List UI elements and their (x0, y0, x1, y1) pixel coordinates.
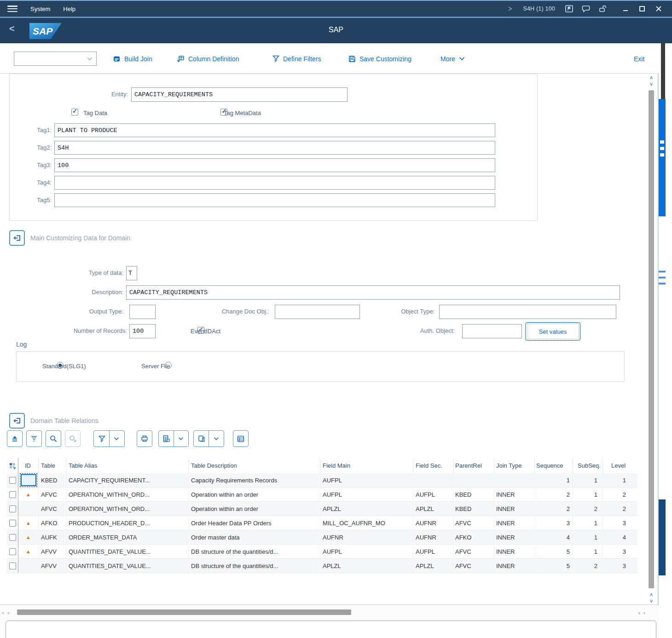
table-cell[interactable]: 1 (573, 516, 603, 530)
table-cell[interactable]: APLZL (320, 559, 413, 573)
menu-system[interactable]: System (30, 6, 50, 12)
set-filter-button[interactable] (95, 431, 109, 447)
table-cell[interactable]: Order master data (189, 530, 320, 544)
col-header-parentrel[interactable]: ParentRel (453, 458, 494, 473)
table-cell[interactable] (7, 516, 18, 530)
table-cell[interactable]: AUFPL (413, 545, 453, 558)
type-of-data-input[interactable]: T (126, 266, 137, 280)
table-cell[interactable]: INNER (494, 530, 535, 544)
table-cell[interactable]: KBED (453, 487, 494, 501)
print-button[interactable] (137, 430, 152, 447)
chevron-right-icon[interactable]: > (508, 5, 512, 12)
table-cell[interactable] (7, 545, 18, 558)
table-cell[interactable]: 2 (573, 502, 603, 516)
view-split-button[interactable] (193, 430, 224, 447)
table-cell[interactable]: 3 (603, 559, 637, 573)
tag5-input[interactable] (54, 193, 495, 207)
table-cell[interactable]: OPERATION_WITHIN_ORD... (66, 487, 189, 501)
table-cell[interactable]: Operation within an order (189, 487, 320, 501)
copy-view-button[interactable] (194, 431, 209, 447)
scroll-up-icon[interactable]: ∧ (649, 592, 653, 597)
set-values-button[interactable]: Set values (525, 322, 580, 341)
table-cell[interactable]: 2 (535, 487, 573, 501)
table-cell[interactable] (18, 473, 39, 487)
tag1-input[interactable]: PLANT TO PRODUCE (54, 123, 495, 137)
table-cell[interactable]: AFVC (453, 545, 494, 558)
table-cell[interactable]: 2 (603, 487, 637, 501)
export-menu-button[interactable] (174, 431, 188, 447)
table-cell[interactable]: APLZL (320, 502, 413, 516)
table-cell[interactable]: AUFNR (320, 530, 413, 544)
scroll-down-icon[interactable]: ∨ (649, 598, 653, 603)
table-cell[interactable]: 5 (535, 559, 573, 573)
row-checkbox[interactable] (9, 548, 16, 555)
filter-menu-button[interactable] (110, 431, 124, 447)
tag-data-checkbox[interactable] (71, 109, 78, 116)
table-cell[interactable]: AFVV (39, 545, 66, 558)
table-cell[interactable]: ▲ (18, 516, 39, 530)
more-button[interactable]: More (440, 52, 465, 66)
col-header-table-description[interactable]: Table Description (189, 458, 320, 473)
export-split-button[interactable] (158, 430, 189, 447)
hamburger-menu-icon[interactable] (7, 6, 17, 12)
scroll-left-icon[interactable]: ‹ (2, 610, 4, 615)
table-settings-button[interactable] (233, 430, 249, 447)
scroll-down-icon[interactable]: ∨ (649, 81, 653, 87)
table-cell[interactable]: AUFPL (320, 473, 413, 487)
table-cell[interactable]: PRODUCTION_HEADER_D... (66, 516, 189, 530)
menu-help[interactable]: Help (63, 6, 75, 12)
table-cell[interactable]: 5 (535, 545, 573, 558)
table-row[interactable]: ▲AFVVQUANTITIES_DATE_VALUE...DB structur… (7, 545, 637, 559)
col-header-table[interactable]: Table (39, 458, 66, 473)
col-header-field-sec[interactable]: Field Sec. (413, 458, 453, 473)
table-cell[interactable]: QUANTITIES_DATE_VALUE... (66, 545, 189, 558)
row-checkbox[interactable] (9, 491, 16, 498)
table-cell[interactable]: QUANTITIES_DATE_VALUE... (66, 559, 189, 573)
entity-input[interactable]: CAPACITY_REQUIREMENTS (131, 87, 348, 102)
exit-button[interactable]: Exit (634, 52, 644, 66)
table-cell[interactable]: ▲ (18, 530, 39, 544)
table-cell[interactable]: 4 (603, 530, 637, 544)
table-row[interactable]: AFVCOPERATION_WITHIN_ORD...Operation wit… (7, 502, 637, 516)
table-cell[interactable]: 1 (535, 473, 573, 487)
collapse-tray-icon[interactable] (9, 413, 25, 429)
col-header-level[interactable]: Level (603, 458, 637, 473)
define-filters-button[interactable]: Define Filters (272, 52, 321, 66)
object-type-input[interactable] (439, 305, 616, 319)
save-customizing-button[interactable]: Save Customizing (348, 52, 411, 66)
table-cell[interactable]: AUFK (39, 530, 66, 544)
table-cell[interactable] (453, 473, 494, 487)
output-type-input[interactable] (129, 305, 156, 319)
row-checkbox[interactable] (9, 534, 16, 541)
row-checkbox[interactable] (9, 520, 16, 527)
find-button[interactable] (46, 430, 61, 447)
col-header-sequence[interactable]: Sequence (535, 458, 573, 473)
table-row[interactable]: AFVVQUANTITIES_DATE_VALUE...DB structure… (7, 559, 637, 573)
table-cell[interactable] (7, 559, 18, 573)
table-cell[interactable] (7, 502, 18, 516)
table-cell[interactable]: 1 (573, 545, 603, 558)
table-cell[interactable]: OPERATION_WITHIN_ORD... (66, 502, 189, 516)
sort-ascending-button[interactable] (7, 430, 23, 447)
table-cell[interactable]: 2 (535, 502, 573, 516)
table-row[interactable]: ▲AUFKORDER_MASTER_DATAOrder master dataA… (7, 530, 637, 545)
scroll-up-icon[interactable]: ∧ (649, 75, 653, 80)
col-header-join-type[interactable]: Join Type (494, 458, 535, 473)
table-cell[interactable] (7, 530, 18, 544)
table-cell[interactable]: 2 (603, 502, 637, 516)
table-cell[interactable]: AFKO (39, 516, 66, 530)
table-cell[interactable]: ▲ (18, 487, 39, 501)
select-all-header[interactable] (7, 458, 18, 473)
table-cell[interactable]: Capacity Requirements Records (189, 473, 320, 487)
session-icon[interactable] (564, 4, 574, 13)
table-cell[interactable]: KBED (453, 502, 494, 516)
description-input[interactable]: CAPACITY_REQUIREMENTS (126, 285, 620, 300)
col-header-id[interactable]: ID (18, 458, 39, 473)
table-cell[interactable] (7, 473, 18, 487)
table-cell[interactable] (413, 473, 453, 487)
col-header-field-main[interactable]: Field Main (320, 458, 413, 473)
focused-cell[interactable] (21, 474, 36, 486)
table-cell[interactable] (494, 473, 535, 487)
row-checkbox[interactable] (9, 563, 16, 569)
table-cell[interactable]: INNER (494, 502, 535, 516)
